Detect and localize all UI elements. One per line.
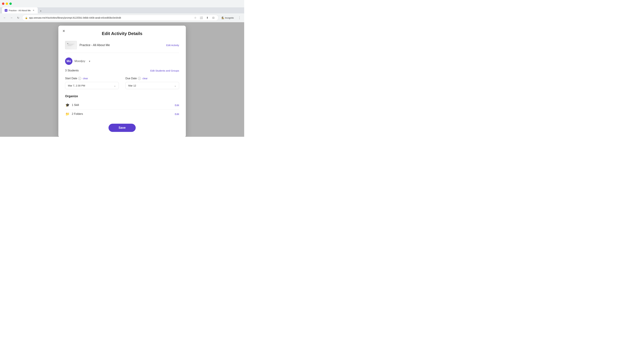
window-controls [2, 2, 12, 5]
back-icon: ← [3, 16, 6, 19]
start-date-dropdown[interactable]: Mar 7, 2:30 PM ⌄ [65, 82, 119, 89]
user-avatar: Mo [65, 57, 72, 65]
window-close-button[interactable] [2, 2, 4, 5]
download-button[interactable]: ⬇ [205, 15, 210, 20]
forward-button[interactable]: → [9, 15, 14, 20]
tab-close-button[interactable]: ✕ [32, 9, 35, 12]
download-icon: ⬇ [206, 16, 208, 19]
extensions-button[interactable]: ⬜ [199, 15, 204, 20]
edit-students-button[interactable]: Edit Students and Groups [150, 69, 179, 72]
incognito-icon: 🕵️ [222, 16, 224, 19]
students-row: 3 Students Edit Students and Groups [65, 69, 179, 72]
extensions-icon: ⬜ [200, 16, 203, 19]
star-icon: ☆ [194, 16, 196, 19]
activity-preview: Practice - All About Me Edit Activity [65, 41, 179, 53]
split-icon: ⊡ [212, 16, 214, 19]
students-count-label: 3 Students [65, 69, 79, 72]
back-button[interactable]: ← [2, 15, 8, 20]
edit-activity-button[interactable]: Edit Activity [166, 44, 179, 46]
browser-menu-button[interactable]: ⋮ [237, 15, 242, 20]
start-date-value: Mar 7, 2:30 PM [68, 84, 85, 87]
start-date-label: Start Date i clear [65, 77, 119, 80]
nav-bar: ← → ↻ 🔒 ☆ ⬜ ⬇ ⊡ [0, 13, 244, 22]
modal-overlay: ✕ Edit Activity Details [0, 22, 244, 137]
user-name-label: Moodjoy [74, 59, 85, 63]
window-minimize-button[interactable] [6, 2, 8, 5]
save-section: Save [65, 124, 179, 132]
window-maximize-button[interactable] [10, 2, 12, 5]
organize-section: Organize 🎓 1 Skill Edit [65, 94, 179, 118]
folders-item-left: 📁 2 Folders [65, 112, 83, 116]
thumbnail-dot [67, 43, 68, 44]
close-icon: ✕ [62, 29, 65, 33]
tab-favicon: S [5, 9, 8, 12]
start-date-group: Start Date i clear Mar 7, 2:30 PM ⌄ [65, 77, 119, 89]
thumbnail-line-1 [68, 44, 74, 44]
skill-edit-button[interactable]: Edit [175, 104, 179, 107]
browser-chrome: S Practice - All About Me ✕ + ← → ↻ 🔒 ☆ [0, 0, 244, 22]
thumbnail-line-3 [68, 45, 72, 46]
incognito-badge[interactable]: 🕵️ Incognito [220, 16, 236, 20]
thumbnail-lines [68, 44, 74, 46]
folders-organize-item: 📁 2 Folders Edit [65, 110, 179, 118]
modal-close-button[interactable]: ✕ [61, 28, 66, 34]
due-date-group: Due Date i clear Mar 12 ⌄ [126, 77, 179, 89]
start-date-info-icon[interactable]: i [78, 77, 81, 80]
incognito-label: Incognito [225, 16, 234, 19]
start-date-chevron-icon: ⌄ [114, 84, 116, 87]
reload-icon: ↻ [17, 16, 19, 19]
active-tab[interactable]: S Practice - All About Me ✕ [2, 7, 38, 13]
background-page: ✕ Edit Activity Details [0, 22, 244, 137]
edit-activity-modal: ✕ Edit Activity Details [58, 26, 186, 137]
folder-icon: 📁 [65, 112, 70, 116]
more-icon: ⋮ [238, 16, 241, 19]
skill-item-left: 🎓 1 Skill [65, 103, 79, 107]
lock-icon: 🔒 [25, 16, 28, 19]
title-bar [0, 0, 244, 7]
user-selector[interactable]: Mo Moodjoy ▾ [65, 57, 179, 65]
skill-icon: 🎓 [65, 103, 70, 107]
organize-title: Organize [65, 94, 179, 98]
due-date-clear-link[interactable]: clear [142, 77, 148, 80]
bookmark-button[interactable]: ☆ [193, 15, 198, 20]
forward-icon: → [10, 16, 13, 19]
activity-thumbnail [65, 41, 77, 49]
thumbnail-line-2 [68, 45, 73, 45]
skill-organize-item: 🎓 1 Skill Edit [65, 101, 179, 110]
due-date-chevron-icon: ⌄ [174, 84, 176, 87]
modal-title: Edit Activity Details [65, 31, 179, 36]
due-date-info-icon[interactable]: i [138, 77, 141, 80]
split-button[interactable]: ⊡ [211, 15, 216, 20]
reload-button[interactable]: ↻ [16, 15, 21, 20]
tab-title: Practice - All About Me [9, 9, 31, 12]
user-dropdown-button[interactable]: ▾ [87, 59, 92, 63]
address-bar[interactable]: 🔒 ☆ ⬜ ⬇ ⊡ [22, 15, 218, 21]
skill-label: 1 Skill [72, 104, 79, 107]
thumbnail-inner [65, 41, 77, 49]
folders-edit-button[interactable]: Edit [175, 113, 179, 115]
address-icons: ☆ ⬜ ⬇ ⊡ [193, 15, 216, 20]
address-input[interactable] [29, 16, 192, 19]
due-date-label: Due Date i clear [126, 77, 179, 80]
dates-section: Start Date i clear Mar 7, 2:30 PM ⌄ [65, 77, 179, 89]
page-content: ✕ Edit Activity Details [0, 22, 244, 137]
chevron-down-icon: ▾ [89, 60, 90, 63]
save-button[interactable]: Save [108, 124, 136, 132]
due-date-dropdown[interactable]: Mar 12 ⌄ [126, 82, 179, 89]
due-date-value: Mar 12 [128, 84, 136, 87]
tabs-bar: S Practice - All About Me ✕ + [0, 7, 244, 13]
activity-name-label: Practice - All About Me [80, 43, 164, 47]
folders-label: 2 Folders [72, 112, 83, 115]
new-tab-button[interactable]: + [38, 9, 43, 13]
start-date-clear-link[interactable]: clear [83, 77, 88, 80]
